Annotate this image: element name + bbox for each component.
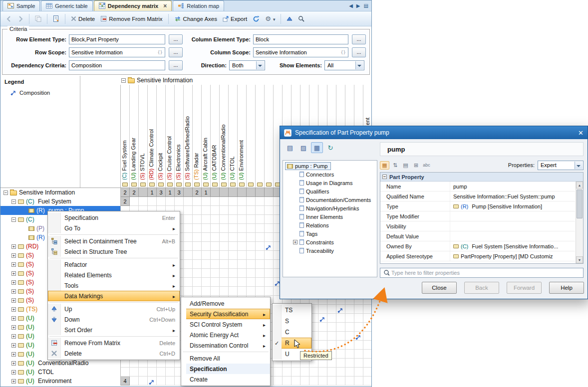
- expand-icon[interactable]: +: [11, 325, 16, 330]
- matrix-cell[interactable]: [238, 188, 247, 197]
- row-scope-browse-button[interactable]: [169, 47, 183, 57]
- matrix-cell[interactable]: [229, 287, 238, 296]
- matrix-cell[interactable]: [202, 269, 211, 278]
- tab-scroll-left-button[interactable]: ◀: [349, 2, 353, 9]
- matrix-cell[interactable]: [229, 197, 238, 206]
- matrix-cell[interactable]: [256, 197, 265, 206]
- matrix-cell[interactable]: [247, 260, 256, 269]
- expand-icon[interactable]: +: [11, 253, 16, 258]
- remove-from-matrix-button[interactable]: Remove From Matrix: [99, 14, 164, 23]
- matrix-cell[interactable]: [166, 377, 175, 386]
- matrix-cell[interactable]: [238, 224, 247, 233]
- menu-item-go-to[interactable]: Go To: [48, 223, 180, 233]
- composition-cell-arrow[interactable]: [266, 243, 272, 249]
- menu-item-related-elements[interactable]: Related Elements: [48, 270, 180, 280]
- column-scope-browse-button[interactable]: [352, 47, 366, 57]
- matrix-cell[interactable]: [265, 278, 274, 287]
- matrix-cell[interactable]: [336, 368, 345, 377]
- matrix-cell[interactable]: [238, 287, 247, 296]
- matrix-cell[interactable]: [211, 242, 220, 251]
- matrix-cell[interactable]: [202, 287, 211, 296]
- matrix-cell[interactable]: [256, 260, 265, 269]
- matrix-cell[interactable]: [157, 368, 166, 377]
- matrix-cell[interactable]: [336, 314, 345, 323]
- matrix-cell[interactable]: [256, 251, 265, 260]
- back-button[interactable]: [4, 15, 13, 23]
- matrix-cell[interactable]: [265, 206, 274, 215]
- spec-tree-item-relations[interactable]: Relations: [283, 221, 377, 229]
- matrix-cell[interactable]: [345, 377, 354, 386]
- matrix-cell[interactable]: [238, 260, 247, 269]
- matrix-cell[interactable]: [363, 341, 371, 350]
- matrix-cell[interactable]: [184, 215, 193, 224]
- matrix-cell[interactable]: [363, 377, 371, 386]
- refresh-button[interactable]: [251, 14, 261, 23]
- spec-tree-item-documentation-comments[interactable]: Documentation/Comments: [283, 195, 377, 204]
- expand-icon[interactable]: +: [11, 343, 16, 348]
- matrix-cell[interactable]: [327, 341, 336, 350]
- expand-icon[interactable]: +: [11, 289, 16, 294]
- matrix-cell[interactable]: [265, 287, 274, 296]
- matrix-cell[interactable]: [130, 197, 139, 206]
- composition-cell-arrow[interactable]: [355, 333, 361, 339]
- matrix-cell[interactable]: [202, 242, 211, 251]
- matrix-cell[interactable]: [300, 377, 309, 386]
- column-header-environment[interactable]: (U) Environment: [237, 85, 246, 188]
- menu-item-atomic-energy-act[interactable]: Atomic Energy Act: [181, 330, 270, 340]
- matrix-cell[interactable]: [247, 188, 256, 197]
- matrix-cell[interactable]: [336, 332, 345, 341]
- expand-icon[interactable]: +: [11, 271, 16, 276]
- matrix-cell[interactable]: [327, 368, 336, 377]
- abc-filter-icon[interactable]: abc: [422, 161, 431, 170]
- expand-icon[interactable]: +: [11, 262, 16, 267]
- help-button[interactable]: Help: [549, 282, 584, 294]
- matrix-cell[interactable]: [193, 269, 202, 278]
- matrix-cell[interactable]: [318, 305, 327, 314]
- matrix-cell[interactable]: [256, 233, 265, 242]
- matrix-cell[interactable]: 3: [157, 188, 166, 197]
- matrix-cell[interactable]: [211, 269, 220, 278]
- matrix-cell[interactable]: [247, 233, 256, 242]
- matrix-cell[interactable]: [265, 260, 274, 269]
- copy-icon[interactable]: [33, 14, 43, 23]
- menu-item-dissemination-control[interactable]: Dissemination Control: [181, 340, 270, 351]
- properties-scrollbar[interactable]: ▲ ▼: [576, 182, 583, 263]
- matrix-cell[interactable]: [309, 377, 318, 386]
- matrix-cell[interactable]: [166, 197, 175, 206]
- matrix-cell[interactable]: [265, 251, 274, 260]
- matrix-cell[interactable]: [345, 350, 354, 359]
- matrix-cell[interactable]: [256, 278, 265, 287]
- matrix-cell[interactable]: 2: [121, 188, 130, 197]
- collapse-icon[interactable]: −: [11, 217, 16, 222]
- matrix-cell[interactable]: [121, 368, 130, 377]
- spec-tree-item-constraints[interactable]: +Constraints: [283, 238, 377, 246]
- matrix-cell[interactable]: [247, 197, 256, 206]
- matrix-cell[interactable]: [157, 377, 166, 386]
- matrix-cell[interactable]: [256, 224, 265, 233]
- matrix-cell[interactable]: [184, 206, 193, 215]
- matrix-cell[interactable]: [148, 197, 157, 206]
- matrix-cell[interactable]: [318, 341, 327, 350]
- tab-list-icon[interactable]: ▤: [364, 2, 368, 9]
- expand-icon[interactable]: +: [11, 280, 16, 285]
- matrix-cell[interactable]: [354, 368, 363, 377]
- composition-cell-arrow[interactable]: [337, 306, 343, 312]
- matrix-cell[interactable]: [309, 368, 318, 377]
- dialog-title-bar[interactable]: Specification of Part Property pump: [280, 126, 588, 139]
- expand-icon[interactable]: +: [11, 361, 16, 366]
- column-root-node[interactable]: − Sensitive Information: [121, 77, 193, 84]
- change-axes-button[interactable]: Change Axes: [173, 15, 219, 23]
- matrix-cell[interactable]: 1: [148, 188, 157, 197]
- matrix-cell[interactable]: [247, 224, 256, 233]
- matrix-cell[interactable]: [265, 269, 274, 278]
- show-elements-select[interactable]: All: [324, 60, 364, 70]
- forward-button[interactable]: [16, 15, 25, 23]
- column-header-landing-gear[interactable]: (U) Landing Gear: [129, 85, 138, 188]
- matrix-cell[interactable]: [363, 359, 371, 368]
- menu-item-remove-all[interactable]: Remove All: [181, 353, 270, 364]
- column-header-radar[interactable]: (TS) Radar: [192, 85, 201, 188]
- matrix-cell[interactable]: [211, 188, 220, 197]
- matrix-cell[interactable]: [184, 251, 193, 260]
- matrix-cell[interactable]: [265, 188, 274, 197]
- matrix-cell[interactable]: [139, 377, 148, 386]
